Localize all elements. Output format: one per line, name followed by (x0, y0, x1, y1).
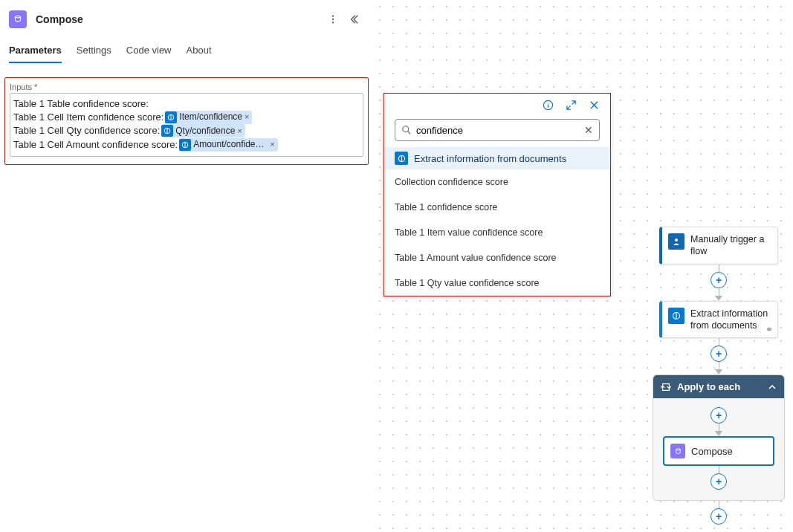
dynamic-token[interactable]: Item/confidence × (165, 111, 252, 124)
popup-search-box[interactable]: ✕ (395, 119, 600, 141)
extract-icon (395, 152, 408, 165)
chevron-up-icon[interactable] (768, 383, 777, 392)
loop-icon (661, 382, 671, 392)
dynamic-content-popup: ✕ Extract information from documents Col… (383, 93, 611, 296)
link-icon: ⚭ (766, 324, 773, 334)
popup-category-label: Extract information from documents (414, 153, 566, 164)
search-input[interactable] (416, 125, 584, 136)
compose-icon (670, 444, 685, 458)
input-text: Table 1 Cell Item confidence score: (13, 111, 164, 124)
svg-point-7 (403, 126, 409, 132)
token-label: Item/confidence (179, 111, 242, 123)
extract-icon (668, 308, 684, 324)
input-row: Table 1 Cell Qty confidence score: Qty/c… (13, 124, 360, 137)
input-text: Table 1 Cell Qty confidence score: (13, 124, 160, 137)
flow-node-extract[interactable]: Extract information from documents ⚭ (659, 301, 778, 339)
info-icon[interactable] (543, 100, 554, 113)
panel-title: Compose (36, 13, 323, 25)
inputs-label: Inputs * (10, 82, 363, 91)
token-remove-icon[interactable]: × (245, 111, 249, 123)
flow-node-compose-inner[interactable]: Compose (663, 436, 774, 466)
panel-tabs: Parameters Settings Code view About (0, 39, 373, 64)
svg-point-2 (332, 22, 334, 23)
collapse-panel-button[interactable] (343, 9, 364, 30)
properties-panel: Compose Parameters Settings Code view Ab… (0, 0, 373, 532)
tab-about[interactable]: About (187, 39, 212, 63)
popup-item[interactable]: Table 1 Item value confidence score (384, 220, 610, 245)
flow-node-trigger[interactable]: Manually trigger a flow (659, 227, 778, 265)
token-icon (165, 111, 177, 123)
trigger-icon (668, 233, 684, 250)
input-row: Table 1 Table confidence score: (13, 97, 360, 111)
flow-node-label: Manually trigger a flow (690, 233, 771, 258)
svg-point-0 (332, 15, 334, 16)
popup-item[interactable]: Table 1 Amount value confidence score (384, 245, 610, 270)
flow-node-label: Extract information from documents (690, 308, 771, 332)
token-label: Amount/confiden... (193, 138, 268, 150)
tab-parameters[interactable]: Parameters (9, 39, 62, 63)
clear-search-icon[interactable]: ✕ (584, 124, 593, 136)
svg-point-1 (332, 19, 334, 20)
expand-icon[interactable] (566, 100, 577, 113)
flow-node-label: Compose (691, 446, 733, 457)
popup-item[interactable]: Collection confidence score (384, 169, 610, 195)
add-step-button[interactable]: + (711, 473, 727, 490)
svg-point-9 (675, 239, 678, 241)
popup-category-header[interactable]: Extract information from documents (384, 147, 610, 169)
search-icon (401, 125, 412, 135)
add-step-button[interactable]: + (711, 407, 727, 424)
token-remove-icon[interactable]: × (270, 139, 274, 150)
flow-node-apply-to-each[interactable]: Apply to each + Compose + (653, 374, 785, 501)
tab-code-view[interactable]: Code view (126, 39, 172, 63)
panel-header: Compose (0, 0, 373, 39)
popup-toolbar (384, 94, 610, 116)
close-icon[interactable] (589, 100, 600, 113)
input-row: Table 1 Cell Item confidence score: Item… (13, 111, 360, 124)
add-step-button[interactable]: + (711, 346, 727, 362)
token-remove-icon[interactable]: × (237, 126, 242, 137)
input-text: Table 1 Table confidence score: (13, 97, 149, 111)
inputs-textarea[interactable]: Table 1 Table confidence score: Table 1 … (10, 93, 363, 157)
apply-to-each-label: Apply to each (677, 381, 740, 392)
input-text: Table 1 Cell Amount confidence score: (13, 138, 178, 152)
apply-to-each-body: + Compose + (653, 398, 784, 500)
input-row: Table 1 Cell Amount confidence score: Am… (13, 138, 360, 152)
more-menu-button[interactable] (323, 9, 343, 30)
inputs-field-highlight: Inputs * Table 1 Table confidence score:… (4, 77, 369, 165)
flow-canvas[interactable]: ✕ Extract information from documents Col… (373, 0, 793, 532)
tab-settings[interactable]: Settings (77, 39, 111, 63)
popup-item[interactable]: Table 1 confidence score (384, 195, 610, 220)
popup-item[interactable]: Table 1 Qty value confidence score (384, 270, 610, 296)
token-label: Qty/confidence (175, 125, 235, 137)
dynamic-token[interactable]: Amount/confiden... × (179, 138, 277, 152)
add-step-button[interactable]: + (711, 272, 727, 288)
token-icon (161, 125, 173, 137)
apply-to-each-header[interactable]: Apply to each (653, 375, 784, 398)
compose-icon (9, 10, 27, 28)
token-icon (179, 139, 191, 151)
dynamic-token[interactable]: Qty/confidence × (161, 124, 245, 137)
flow-column: Manually trigger a flow + Extract inform… (652, 227, 786, 525)
add-step-button[interactable]: + (711, 508, 727, 525)
